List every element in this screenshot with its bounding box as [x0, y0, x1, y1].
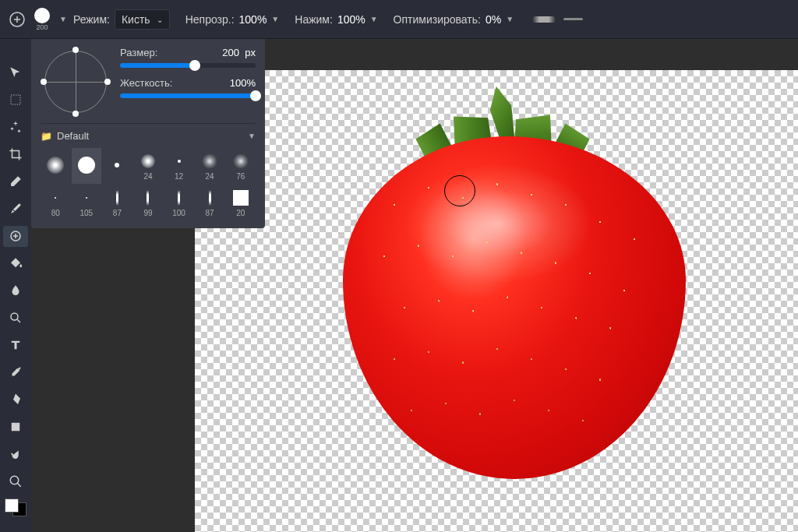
brush-preset[interactable]: 24: [133, 148, 164, 184]
brush-preset-label: 100: [172, 209, 185, 217]
dodge-tool[interactable]: [3, 308, 28, 329]
brush-preset-label: 12: [175, 172, 183, 181]
brush-preset-icon: [77, 188, 96, 207]
preset-menu-arrow[interactable]: ▼: [248, 132, 256, 140]
brush-preset-icon: [108, 188, 126, 207]
brush-preset[interactable]: 20: [225, 185, 256, 220]
chevron-down-icon: ⌄: [157, 15, 163, 23]
wand-tool[interactable]: [3, 117, 28, 138]
pen-tool[interactable]: [3, 389, 28, 410]
eyedropper-tool[interactable]: [3, 362, 28, 383]
brush-tool[interactable]: [3, 199, 28, 220]
text-tool[interactable]: [3, 335, 28, 356]
left-toolbar: [0, 39, 31, 532]
brush-settings-panel: Размер: 200 px Жесткость: 100%: [31, 39, 265, 228]
size-label: Размер:: [120, 47, 157, 58]
hardness-slider[interactable]: [120, 93, 256, 98]
hardness-value[interactable]: 100%: [230, 77, 256, 89]
svg-rect-1: [11, 95, 20, 104]
brush-preset-icon: [170, 188, 189, 207]
image-body: [343, 136, 686, 479]
brush-preset-label: 24: [206, 172, 214, 181]
move-tool[interactable]: [3, 62, 28, 83]
brush-preset-icon: [77, 156, 96, 174]
slider-fill: [120, 93, 256, 98]
compass-handle[interactable]: [72, 47, 79, 53]
brush-preset-label: 80: [51, 209, 60, 217]
pressure-label: Нажим:: [295, 13, 333, 26]
brush-preset[interactable]: 100: [164, 185, 194, 220]
brush-preset-label: 76: [236, 172, 245, 181]
foreground-color[interactable]: [5, 499, 19, 513]
brush-preset-label: 105: [80, 209, 94, 217]
brush-dropdown-arrow[interactable]: ▼: [59, 15, 67, 23]
hand-tool[interactable]: [3, 444, 28, 465]
optimize-dropdown-arrow[interactable]: ▼: [506, 15, 514, 23]
mode-value: Кисть: [122, 13, 150, 26]
brush-angle-control[interactable]: [41, 47, 111, 117]
brush-preset[interactable]: [102, 148, 132, 184]
stroke-preview: [532, 16, 583, 23]
compass-handle[interactable]: [104, 79, 111, 85]
fill-tool[interactable]: [3, 253, 28, 274]
brush-preset-label: 99: [143, 209, 152, 217]
brush-preset-icon: [170, 152, 189, 171]
size-value[interactable]: 200 px: [222, 47, 256, 58]
brush-preview-button[interactable]: [9, 12, 25, 27]
brush-presets: 📁 Default ▼ 241224768010587991008720: [41, 123, 256, 220]
zoom-tool[interactable]: [3, 471, 28, 492]
brush-preset-icon: [108, 156, 126, 174]
blur-tool[interactable]: [3, 280, 28, 301]
brush-preset-label: 87: [113, 209, 122, 217]
brush-preset-label: 20: [236, 209, 245, 217]
canvas-image: [335, 70, 694, 487]
size-slider[interactable]: [120, 63, 256, 68]
color-picker[interactable]: [5, 499, 26, 517]
stroke-sample-thick: [532, 16, 556, 23]
pressure-value[interactable]: 100%: [337, 13, 365, 26]
crop-tool[interactable]: [3, 144, 28, 165]
preset-folder-button[interactable]: 📁 Default: [41, 130, 89, 142]
brush-preset-icon: [46, 156, 65, 174]
image-texture: [343, 136, 686, 479]
healing-tool[interactable]: [3, 226, 28, 247]
brush-preset-icon: [139, 152, 157, 171]
pressure-group: Нажим: 100% ▼: [295, 13, 377, 26]
preset-grid: 241224768010587991008720: [41, 148, 256, 220]
top-toolbar: 200 ▼ Режим: Кисть ⌄ Непрозр.: 100% ▼ На…: [0, 0, 798, 39]
brush-preset-label: 24: [143, 172, 152, 181]
opacity-value[interactable]: 100%: [239, 13, 267, 26]
mode-select[interactable]: Кисть ⌄: [115, 9, 170, 30]
shape-tool[interactable]: [3, 417, 28, 438]
brush-preset[interactable]: [41, 148, 71, 184]
brush-size-dropdown[interactable]: 200: [34, 8, 50, 31]
slider-thumb[interactable]: [189, 60, 200, 71]
svg-point-3: [11, 313, 18, 320]
size-slider-row: Размер: 200 px: [120, 47, 256, 68]
brush-preset[interactable]: 99: [133, 185, 164, 220]
opacity-dropdown-arrow[interactable]: ▼: [271, 15, 279, 23]
canvas[interactable]: [195, 70, 798, 532]
pressure-dropdown-arrow[interactable]: ▼: [370, 15, 378, 23]
brush-preset[interactable]: 80: [41, 185, 71, 220]
optimize-label: Оптимизировать:: [394, 13, 481, 26]
compass-handle[interactable]: [72, 111, 79, 117]
slider-fill: [120, 63, 195, 68]
mode-label: Режим:: [73, 13, 110, 26]
compass-axis-v: [76, 51, 76, 113]
brush-preset[interactable]: 76: [225, 148, 256, 184]
svg-rect-4: [12, 423, 20, 432]
select-tool[interactable]: [3, 90, 28, 111]
brush-preset-icon: [231, 188, 250, 207]
compass-handle[interactable]: [41, 79, 47, 85]
folder-icon: 📁: [41, 131, 52, 142]
brush-preset[interactable]: [72, 148, 102, 184]
slider-thumb[interactable]: [250, 90, 261, 101]
brush-preset[interactable]: 24: [195, 148, 225, 184]
brush-preset[interactable]: 87: [102, 185, 132, 220]
brush-preset[interactable]: 87: [195, 185, 225, 220]
eraser-tool[interactable]: [3, 171, 28, 192]
optimize-value[interactable]: 0%: [486, 13, 501, 26]
brush-preset[interactable]: 105: [72, 185, 102, 220]
brush-preset[interactable]: 12: [164, 148, 194, 184]
